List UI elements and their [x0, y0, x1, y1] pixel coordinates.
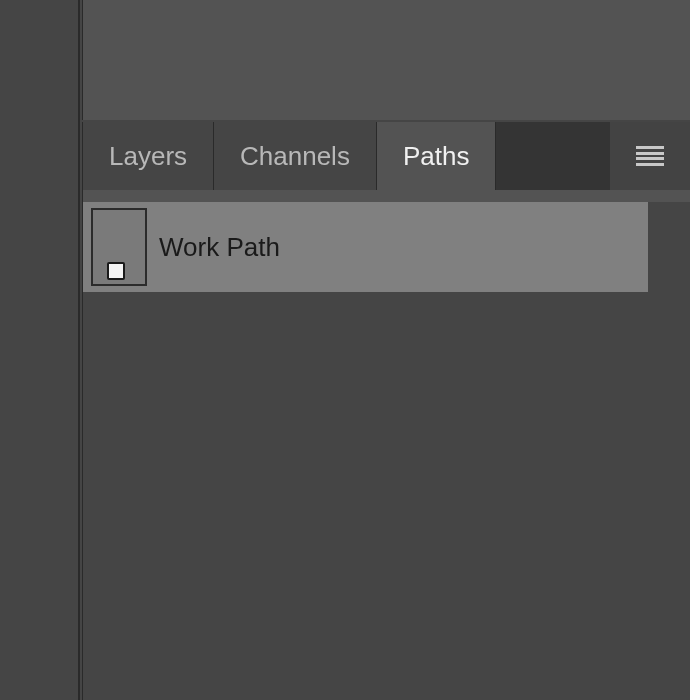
panel-menu-button[interactable] — [610, 122, 690, 190]
hamburger-icon — [636, 146, 664, 166]
tab-label: Paths — [403, 141, 470, 172]
paths-panel-body: Work Path — [82, 190, 690, 700]
app-left-sidebar — [0, 0, 80, 700]
paths-panel: Layers Channels Paths Work Path — [82, 122, 690, 700]
tabs-spacer — [496, 122, 610, 190]
panel-top-strip — [83, 190, 690, 202]
tab-layers[interactable]: Layers — [83, 122, 214, 190]
upper-panel-area — [82, 0, 690, 120]
tab-label: Channels — [240, 141, 350, 172]
panel-tabs-bar: Layers Channels Paths — [82, 122, 690, 190]
path-thumbnail — [91, 208, 147, 286]
path-thumbnail-shape — [107, 262, 125, 280]
path-item[interactable]: Work Path — [83, 202, 648, 292]
path-label: Work Path — [159, 232, 280, 263]
tab-channels[interactable]: Channels — [214, 122, 377, 190]
tab-label: Layers — [109, 141, 187, 172]
tab-paths[interactable]: Paths — [377, 122, 497, 190]
